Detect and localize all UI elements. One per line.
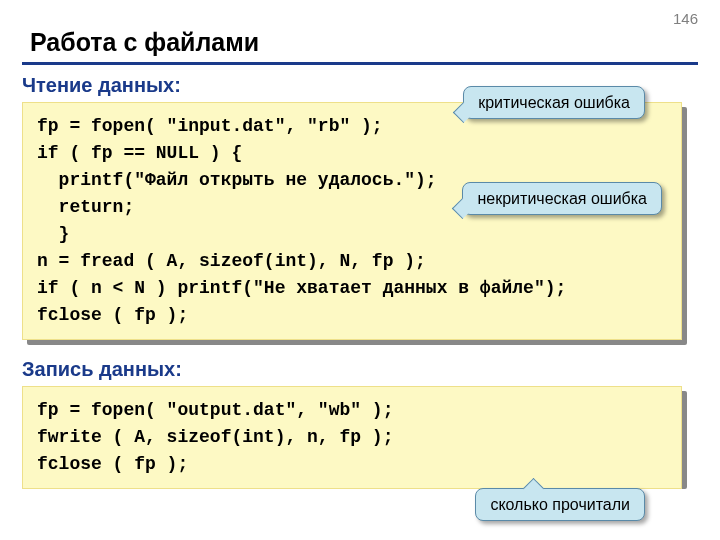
title-underline	[22, 62, 698, 65]
code-block-writing: fp = fopen( "output.dat", "wb" ); fwrite…	[22, 386, 682, 489]
code-content-reading: fp = fopen( "input.dat", "rb" ); if ( fp…	[22, 102, 682, 340]
code-block-reading: fp = fopen( "input.dat", "rb" ); if ( fp…	[22, 102, 682, 340]
page-title: Работа с файлами	[30, 28, 259, 57]
callout-critical-error: критическая ошибка	[463, 86, 645, 119]
section-reading-label: Чтение данных:	[22, 74, 181, 97]
page-number: 146	[673, 10, 698, 27]
code-content-writing: fp = fopen( "output.dat", "wb" ); fwrite…	[22, 386, 682, 489]
callout-noncritical-error: некритическая ошибка	[462, 182, 662, 215]
callout-how-many-read: сколько прочитали	[475, 488, 645, 521]
section-writing-label: Запись данных:	[22, 358, 182, 381]
